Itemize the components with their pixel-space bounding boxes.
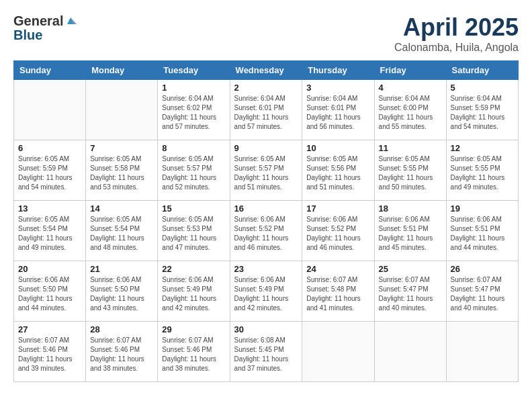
day-number: 18 bbox=[379, 203, 442, 214]
calendar-header-row: SundayMondayTuesdayWednesdayThursdayFrid… bbox=[14, 61, 519, 80]
calendar-cell: 28Sunrise: 6:07 AM Sunset: 5:46 PM Dayli… bbox=[86, 322, 158, 382]
calendar-cell bbox=[374, 322, 446, 382]
day-number: 25 bbox=[379, 264, 442, 274]
calendar-cell bbox=[446, 322, 518, 382]
month-title: April 2025 bbox=[394, 13, 519, 42]
calendar-cell: 10Sunrise: 6:05 AM Sunset: 5:56 PM Dayli… bbox=[302, 140, 374, 201]
calendar-header-thursday: Thursday bbox=[302, 61, 374, 80]
calendar-cell: 23Sunrise: 6:06 AM Sunset: 5:49 PM Dayli… bbox=[230, 261, 302, 322]
day-info: Sunrise: 6:06 AM Sunset: 5:49 PM Dayligh… bbox=[234, 275, 298, 313]
calendar-cell: 26Sunrise: 6:07 AM Sunset: 5:47 PM Dayli… bbox=[446, 261, 518, 322]
calendar-cell: 21Sunrise: 6:06 AM Sunset: 5:50 PM Dayli… bbox=[86, 261, 158, 322]
calendar-header-monday: Monday bbox=[86, 61, 158, 80]
day-info: Sunrise: 6:05 AM Sunset: 5:58 PM Dayligh… bbox=[90, 154, 153, 192]
calendar-cell: 24Sunrise: 6:07 AM Sunset: 5:48 PM Dayli… bbox=[302, 261, 374, 322]
calendar-cell: 3Sunrise: 6:04 AM Sunset: 6:01 PM Daylig… bbox=[302, 80, 374, 140]
logo: General Blue bbox=[13, 13, 77, 43]
day-info: Sunrise: 6:08 AM Sunset: 5:45 PM Dayligh… bbox=[234, 336, 298, 373]
day-info: Sunrise: 6:07 AM Sunset: 5:48 PM Dayligh… bbox=[306, 275, 369, 313]
day-number: 23 bbox=[234, 264, 298, 274]
day-info: Sunrise: 6:06 AM Sunset: 5:51 PM Dayligh… bbox=[379, 215, 442, 253]
day-number: 7 bbox=[90, 143, 153, 153]
calendar-cell: 29Sunrise: 6:07 AM Sunset: 5:46 PM Dayli… bbox=[158, 322, 230, 382]
day-info: Sunrise: 6:05 AM Sunset: 5:55 PM Dayligh… bbox=[451, 154, 514, 192]
title-area: April 2025 Calonamba, Huila, Angola bbox=[394, 13, 519, 54]
logo-blue: Blue bbox=[13, 28, 77, 43]
day-number: 17 bbox=[306, 203, 369, 214]
day-info: Sunrise: 6:05 AM Sunset: 5:57 PM Dayligh… bbox=[162, 154, 225, 192]
calendar-cell: 8Sunrise: 6:05 AM Sunset: 5:57 PM Daylig… bbox=[158, 140, 230, 201]
day-number: 30 bbox=[234, 324, 298, 334]
day-info: Sunrise: 6:05 AM Sunset: 5:54 PM Dayligh… bbox=[18, 215, 81, 253]
calendar-cell: 30Sunrise: 6:08 AM Sunset: 5:45 PM Dayli… bbox=[230, 322, 302, 382]
day-info: Sunrise: 6:07 AM Sunset: 5:46 PM Dayligh… bbox=[162, 336, 225, 373]
calendar-cell: 9Sunrise: 6:05 AM Sunset: 5:57 PM Daylig… bbox=[230, 140, 302, 201]
calendar-week-row: 27Sunrise: 6:07 AM Sunset: 5:46 PM Dayli… bbox=[14, 322, 519, 382]
day-number: 8 bbox=[162, 143, 225, 153]
day-info: Sunrise: 6:07 AM Sunset: 5:46 PM Dayligh… bbox=[18, 336, 81, 373]
logo-triangle-icon bbox=[64, 15, 77, 27]
day-info: Sunrise: 6:05 AM Sunset: 5:54 PM Dayligh… bbox=[90, 215, 153, 253]
day-info: Sunrise: 6:05 AM Sunset: 5:53 PM Dayligh… bbox=[162, 215, 225, 253]
calendar-cell: 5Sunrise: 6:04 AM Sunset: 5:59 PM Daylig… bbox=[446, 80, 518, 140]
day-number: 26 bbox=[451, 264, 514, 274]
day-info: Sunrise: 6:05 AM Sunset: 5:56 PM Dayligh… bbox=[306, 154, 369, 192]
day-number: 27 bbox=[18, 324, 81, 334]
day-info: Sunrise: 6:06 AM Sunset: 5:52 PM Dayligh… bbox=[234, 215, 298, 253]
calendar-cell: 4Sunrise: 6:04 AM Sunset: 6:00 PM Daylig… bbox=[374, 80, 446, 140]
calendar-header-saturday: Saturday bbox=[446, 61, 518, 80]
day-info: Sunrise: 6:05 AM Sunset: 5:59 PM Dayligh… bbox=[18, 154, 81, 192]
day-info: Sunrise: 6:07 AM Sunset: 5:47 PM Dayligh… bbox=[451, 275, 514, 313]
day-number: 20 bbox=[18, 264, 81, 274]
calendar-header-friday: Friday bbox=[374, 61, 446, 80]
logo-general: General bbox=[13, 13, 63, 29]
calendar-cell: 2Sunrise: 6:04 AM Sunset: 6:01 PM Daylig… bbox=[230, 80, 302, 140]
day-number: 14 bbox=[90, 203, 153, 214]
calendar-header-sunday: Sunday bbox=[14, 61, 86, 80]
day-number: 11 bbox=[379, 143, 442, 153]
calendar-week-row: 13Sunrise: 6:05 AM Sunset: 5:54 PM Dayli… bbox=[14, 201, 519, 261]
calendar-cell: 19Sunrise: 6:06 AM Sunset: 5:51 PM Dayli… bbox=[446, 201, 518, 261]
day-number: 13 bbox=[18, 203, 81, 214]
day-number: 3 bbox=[306, 83, 369, 93]
calendar-cell: 6Sunrise: 6:05 AM Sunset: 5:59 PM Daylig… bbox=[14, 140, 86, 201]
calendar-cell: 11Sunrise: 6:05 AM Sunset: 5:55 PM Dayli… bbox=[374, 140, 446, 201]
day-info: Sunrise: 6:06 AM Sunset: 5:49 PM Dayligh… bbox=[162, 275, 225, 313]
day-info: Sunrise: 6:04 AM Sunset: 6:02 PM Dayligh… bbox=[162, 94, 225, 132]
day-info: Sunrise: 6:07 AM Sunset: 5:46 PM Dayligh… bbox=[90, 336, 153, 373]
header: General Blue April 2025 Calonamba, Huila… bbox=[13, 13, 519, 54]
day-info: Sunrise: 6:07 AM Sunset: 5:47 PM Dayligh… bbox=[379, 275, 442, 313]
calendar-cell: 22Sunrise: 6:06 AM Sunset: 5:49 PM Dayli… bbox=[158, 261, 230, 322]
day-number: 12 bbox=[451, 143, 514, 153]
calendar-cell: 15Sunrise: 6:05 AM Sunset: 5:53 PM Dayli… bbox=[158, 201, 230, 261]
calendar-cell: 7Sunrise: 6:05 AM Sunset: 5:58 PM Daylig… bbox=[86, 140, 158, 201]
calendar-cell: 27Sunrise: 6:07 AM Sunset: 5:46 PM Dayli… bbox=[14, 322, 86, 382]
calendar-cell bbox=[86, 80, 158, 140]
day-info: Sunrise: 6:04 AM Sunset: 6:01 PM Dayligh… bbox=[306, 94, 369, 132]
day-number: 6 bbox=[18, 143, 81, 153]
day-number: 29 bbox=[162, 324, 225, 334]
calendar-week-row: 20Sunrise: 6:06 AM Sunset: 5:50 PM Dayli… bbox=[14, 261, 519, 322]
calendar-cell: 18Sunrise: 6:06 AM Sunset: 5:51 PM Dayli… bbox=[374, 201, 446, 261]
day-number: 15 bbox=[162, 203, 225, 214]
calendar-header-wednesday: Wednesday bbox=[230, 61, 302, 80]
day-info: Sunrise: 6:05 AM Sunset: 5:57 PM Dayligh… bbox=[234, 154, 298, 192]
day-number: 28 bbox=[90, 324, 153, 334]
day-info: Sunrise: 6:04 AM Sunset: 6:01 PM Dayligh… bbox=[234, 94, 298, 132]
day-number: 24 bbox=[306, 264, 369, 274]
calendar-cell: 16Sunrise: 6:06 AM Sunset: 5:52 PM Dayli… bbox=[230, 201, 302, 261]
day-number: 19 bbox=[451, 203, 514, 214]
day-info: Sunrise: 6:06 AM Sunset: 5:50 PM Dayligh… bbox=[18, 275, 81, 313]
day-info: Sunrise: 6:06 AM Sunset: 5:52 PM Dayligh… bbox=[306, 215, 369, 253]
day-number: 9 bbox=[234, 143, 298, 153]
day-number: 21 bbox=[90, 264, 153, 274]
day-number: 4 bbox=[379, 83, 442, 93]
calendar-week-row: 1Sunrise: 6:04 AM Sunset: 6:02 PM Daylig… bbox=[14, 80, 519, 140]
day-number: 16 bbox=[234, 203, 298, 214]
day-number: 22 bbox=[162, 264, 225, 274]
calendar-cell: 25Sunrise: 6:07 AM Sunset: 5:47 PM Dayli… bbox=[374, 261, 446, 322]
calendar-table: SundayMondayTuesdayWednesdayThursdayFrid… bbox=[13, 60, 519, 382]
day-number: 10 bbox=[306, 143, 369, 153]
calendar-cell bbox=[14, 80, 86, 140]
calendar-cell bbox=[302, 322, 374, 382]
